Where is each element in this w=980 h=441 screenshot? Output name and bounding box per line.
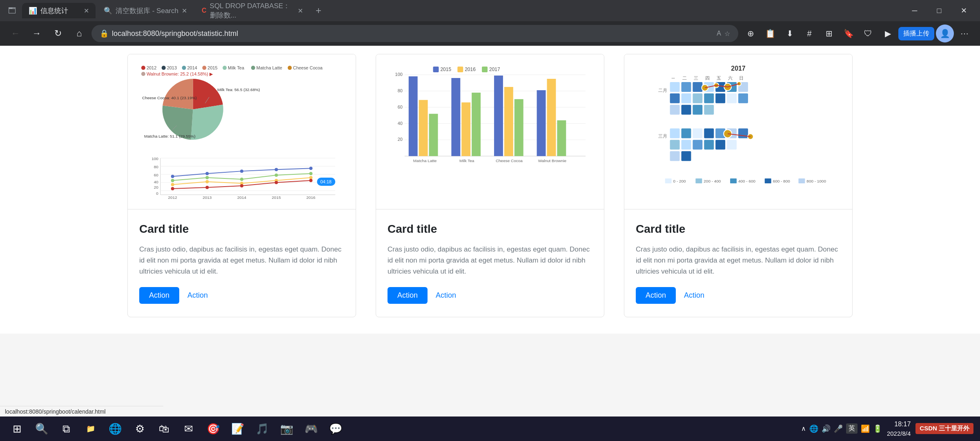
up-arrow-icon[interactable]: ∧ xyxy=(801,425,806,432)
card-2-title: Card title xyxy=(388,223,592,236)
tab-close-3[interactable]: ✕ xyxy=(298,7,303,15)
tab-label-3: SQL DROP DATABASE：删除数... xyxy=(210,1,294,20)
app4-button[interactable]: 📷 xyxy=(276,418,297,439)
svg-text:2015: 2015 xyxy=(207,65,217,70)
svg-text:100: 100 xyxy=(395,72,403,77)
tab-close-1[interactable]: ✕ xyxy=(84,7,89,15)
toolbar-icon-7[interactable]: 🛡 xyxy=(859,24,877,42)
svg-rect-138 xyxy=(727,140,737,149)
tab-close-2[interactable]: ✕ xyxy=(182,7,187,15)
tray-icons: ∧ 🌐 🔊 🎤 英 📶 🔋 xyxy=(801,423,882,434)
menu-button[interactable]: ⋯ xyxy=(956,24,973,42)
app1-button[interactable]: 🎯 xyxy=(203,418,224,439)
toolbar-icon-2[interactable]: 📋 xyxy=(761,24,779,42)
chart-area-2: 2015 2016 2017 100 80 60 40 20 xyxy=(376,54,604,209)
volume-icon[interactable]: 🔊 xyxy=(822,424,831,433)
svg-text:04:18: 04:18 xyxy=(321,179,332,184)
svg-text:2017: 2017 xyxy=(489,67,500,72)
network-icon[interactable]: 🌐 xyxy=(809,424,818,433)
svg-text:四: 四 xyxy=(705,76,710,80)
address-bar-row: ← → ↻ ⌂ 🔒 localhost:8080/springboot/stat… xyxy=(0,21,980,46)
toolbar-icon-3[interactable]: ⬇ xyxy=(781,24,799,42)
svg-point-54 xyxy=(171,187,174,190)
svg-text:2015: 2015 xyxy=(272,195,281,200)
svg-text:Milk Tea: Milk Tea xyxy=(459,158,474,163)
lang-indicator[interactable]: 英 xyxy=(846,423,858,434)
svg-rect-92 xyxy=(557,120,566,156)
start-button[interactable]: ⊞ xyxy=(7,418,28,439)
svg-text:Matcha Latte: 51.1 (29.55%): Matcha Latte: 51.1 (29.55%) xyxy=(144,134,196,138)
svg-text:800 - 1000: 800 - 1000 xyxy=(806,179,826,183)
toolbar-icon-6[interactable]: 🔖 xyxy=(840,24,858,42)
svg-text:2013: 2013 xyxy=(167,65,177,70)
svg-rect-103 xyxy=(670,82,680,92)
search-button[interactable]: 🔍 xyxy=(31,418,52,439)
new-tab-button[interactable]: + xyxy=(311,3,326,18)
toolbar-icon-1[interactable]: ⊕ xyxy=(742,24,760,42)
battery-icon[interactable]: 🔋 xyxy=(873,424,882,433)
svg-rect-129 xyxy=(704,129,714,138)
card-3-link-action[interactable]: Action xyxy=(684,291,704,300)
svg-text:Walnut Brownie: 25.2 (14.58%) : Walnut Brownie: 25.2 (14.58%) ▶ xyxy=(147,71,213,76)
app2-button[interactable]: 📝 xyxy=(227,418,248,439)
browser-button[interactable]: 🌐 xyxy=(105,418,126,439)
svg-text:2015: 2015 xyxy=(440,67,451,72)
tab-sql[interactable]: C SQL DROP DATABASE：删除数... ✕ xyxy=(195,3,310,18)
window-icon: 🗔 xyxy=(4,2,20,19)
tab-favicon-2: 🔍 xyxy=(104,7,112,15)
svg-rect-134 xyxy=(682,140,691,149)
home-button[interactable]: ⌂ xyxy=(70,24,88,42)
svg-point-56 xyxy=(240,184,243,187)
taskbar-right: ∧ 🌐 🔊 🎤 英 📶 🔋 18:17 2022/8/4 CSDN 三十里开外 xyxy=(801,420,973,437)
minimize-button[interactable]: ─ xyxy=(902,0,927,21)
svg-rect-113 xyxy=(704,94,714,103)
address-box[interactable]: 🔒 localhost:8080/springboot/statistic.ht… xyxy=(91,25,738,42)
taskbar-time-block[interactable]: 18:17 2022/8/4 xyxy=(887,420,911,437)
app6-button[interactable]: 💬 xyxy=(325,418,346,439)
translate-icon: A xyxy=(717,30,721,37)
toolbar-icons: ⊕ 📋 ⬇ # ⊞ 🔖 🛡 ▶ 插播上传 👤 ⋯ xyxy=(742,24,973,42)
svg-point-50 xyxy=(205,180,209,183)
profile-button[interactable]: 👤 xyxy=(936,24,954,42)
settings-button[interactable]: ⚙ xyxy=(129,418,150,439)
maximize-button[interactable]: □ xyxy=(927,0,951,21)
tab-search[interactable]: 🔍 清空数据库 - Search ✕ xyxy=(97,3,194,18)
svg-rect-147 xyxy=(730,178,737,183)
card-2-primary-action[interactable]: Action xyxy=(388,287,428,304)
svg-point-44 xyxy=(171,179,174,182)
svg-rect-61 xyxy=(433,67,439,72)
card-3-title: Card title xyxy=(636,223,841,236)
wifi-icon[interactable]: 📶 xyxy=(861,424,870,433)
svg-text:2016: 2016 xyxy=(306,195,316,200)
forward-button[interactable]: → xyxy=(28,24,46,42)
card-1-link-action[interactable]: Action xyxy=(187,291,208,300)
taskview-button[interactable]: ⧉ xyxy=(56,418,77,439)
svg-text:2014: 2014 xyxy=(237,195,247,200)
card-2-link-action[interactable]: Action xyxy=(436,291,456,300)
toolbar-icon-5[interactable]: ⊞ xyxy=(820,24,838,42)
tab-statistic[interactable]: 📊 信息统计 ✕ xyxy=(22,3,96,18)
svg-rect-111 xyxy=(682,94,691,103)
toolbar-icon-4[interactable]: # xyxy=(800,24,818,42)
card-3-primary-action[interactable]: Action xyxy=(636,287,676,304)
card-1-primary-action[interactable]: Action xyxy=(139,287,179,304)
close-button[interactable]: ✕ xyxy=(951,0,976,21)
svg-text:0: 0 xyxy=(156,191,158,196)
svg-text:80: 80 xyxy=(154,165,159,169)
svg-rect-91 xyxy=(547,79,556,156)
app5-button[interactable]: 🎮 xyxy=(301,418,322,439)
app3-button[interactable]: 🎵 xyxy=(252,418,273,439)
extension-button[interactable]: 插播上传 xyxy=(898,27,934,40)
mail-button[interactable]: ✉ xyxy=(178,418,199,439)
card-1-text: Cras justo odio, dapibus ac facilisis in… xyxy=(139,244,344,277)
toolbar-icon-8[interactable]: ▶ xyxy=(879,24,897,42)
refresh-button[interactable]: ↻ xyxy=(49,24,67,42)
mic-icon[interactable]: 🎤 xyxy=(834,424,843,433)
svg-text:六: 六 xyxy=(728,76,733,80)
store-button[interactable]: 🛍 xyxy=(154,418,175,439)
explorer-button[interactable]: 📁 xyxy=(80,418,101,439)
svg-point-4 xyxy=(182,66,186,70)
svg-text:100: 100 xyxy=(151,156,158,161)
time-display: 18:17 xyxy=(887,420,911,429)
back-button[interactable]: ← xyxy=(7,24,24,42)
